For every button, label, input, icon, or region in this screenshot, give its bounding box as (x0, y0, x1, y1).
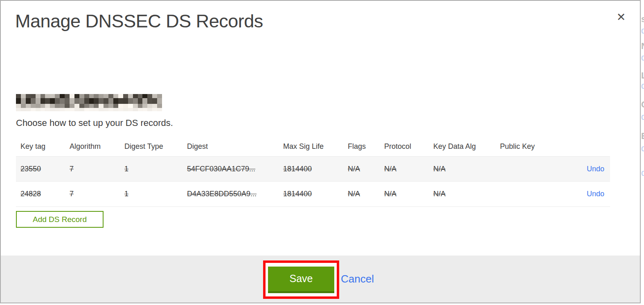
table-cell: N/A (433, 165, 500, 173)
table-cell: 7 (70, 190, 124, 198)
background-clipped-text: d (641, 26, 644, 35)
table-cell: N/A (348, 165, 384, 173)
close-icon[interactable]: ✕ (614, 10, 628, 25)
annotation-red-box: Save (263, 260, 339, 299)
table-row: 235507154FCF030AA1C79...1814400N/AN/AN/A… (16, 156, 610, 182)
background-clipped-text: E (641, 132, 644, 141)
table-header-cell: Key Data Alg (433, 142, 500, 151)
table-row: 2482871D4A33E8DD550A9...1814400N/AN/AN/A… (16, 182, 610, 207)
background-clipped-text: C (641, 100, 644, 109)
table-header-cell: Key tag (20, 142, 70, 151)
intro-text: Choose how to set up your DS records. (16, 118, 173, 128)
cancel-link[interactable]: Cancel (341, 273, 374, 285)
table-header-cell: Max Sig Life (283, 142, 348, 151)
table-header-cell: Digest (187, 142, 283, 151)
table-cell: 23550 (20, 165, 70, 173)
add-ds-record-button[interactable]: Add DS Record (16, 211, 104, 228)
background-clipped-text: d (641, 112, 644, 121)
table-cell: 1 (124, 190, 187, 198)
table-cell: 54FCF030AA1C79... (187, 165, 283, 173)
table-header-cell: Digest Type (124, 142, 187, 151)
table-cell: 1814400 (283, 190, 348, 198)
table-cell: N/A (433, 190, 500, 198)
undo-link[interactable]: Undo (587, 190, 604, 198)
redacted-domain-name (16, 94, 162, 111)
table-cell: 1 (124, 165, 187, 173)
table-header-cell: Public Key (500, 142, 585, 151)
table-cell: 24828 (20, 190, 70, 198)
table-action-cell: Undo (585, 190, 610, 198)
background-clipped-text: d (641, 53, 644, 62)
background-clipped-text: s (641, 15, 644, 24)
background-clipped-text: N (641, 42, 644, 51)
table-cell: D4A33E8DD550A9... (187, 190, 283, 198)
table-cell: N/A (384, 165, 433, 173)
ds-records-table: Key tagAlgorithmDigest TypeDigestMax Sig… (16, 137, 610, 207)
save-button[interactable]: Save (268, 267, 334, 293)
screenshot-canvas: sdNdLdCdEdd Manage DNSSEC DS Records ✕ C… (0, 0, 644, 305)
table-cell: 1814400 (283, 165, 348, 173)
background-clipped-text: d (641, 168, 644, 177)
background-clipped-text: d (641, 144, 644, 153)
manage-dnssec-modal: Manage DNSSEC DS Records ✕ Choose how to… (0, 0, 641, 303)
undo-link[interactable]: Undo (587, 165, 604, 173)
table-cell: 7 (70, 165, 124, 173)
table-header-cell: Algorithm (70, 142, 124, 151)
table-cell: N/A (384, 190, 433, 198)
background-clipped-text: L (641, 71, 644, 80)
table-header-cell: Flags (348, 142, 384, 151)
table-header-cell: Protocol (384, 142, 433, 151)
modal-title: Manage DNSSEC DS Records (15, 11, 263, 32)
table-action-cell: Undo (585, 165, 610, 173)
table-header-row: Key tagAlgorithmDigest TypeDigestMax Sig… (16, 137, 610, 156)
table-body: 235507154FCF030AA1C79...1814400N/AN/AN/A… (16, 156, 610, 207)
background-page-sliver: sdNdLdCdEdd (641, 0, 644, 305)
table-cell: N/A (348, 190, 384, 198)
background-clipped-text: d (641, 81, 644, 90)
